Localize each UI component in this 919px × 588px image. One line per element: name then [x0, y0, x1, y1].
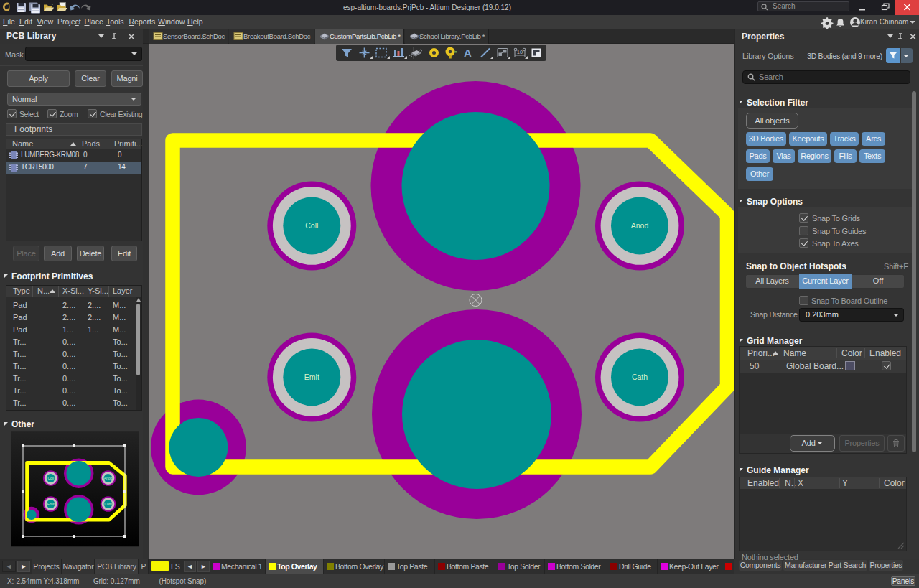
svg-text:Coll: Coll [47, 476, 54, 480]
svg-text:Emit: Emit [304, 373, 319, 381]
svg-text:Cath: Cath [104, 502, 112, 506]
svg-text:Coll: Coll [305, 221, 318, 230]
svg-text:A: A [464, 47, 472, 59]
svg-text:10: 10 [517, 49, 523, 55]
svg-text:Anod: Anod [104, 476, 113, 480]
svg-text:Cath: Cath [632, 373, 648, 381]
svg-text:Anod: Anod [631, 221, 649, 230]
svg-text:Emit: Emit [47, 502, 55, 506]
